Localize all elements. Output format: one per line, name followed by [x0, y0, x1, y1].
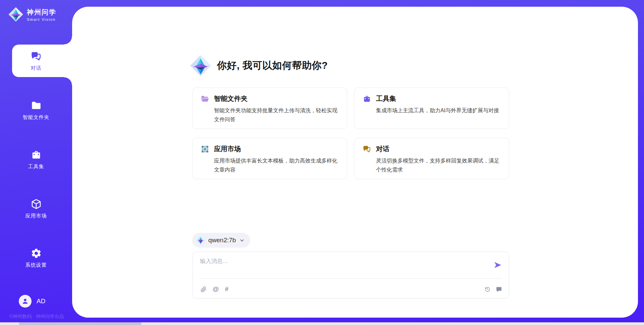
model-selector[interactable]: qwen2:7b	[192, 233, 250, 248]
avatar	[19, 295, 32, 308]
sidebar-item-label: 系统设置	[25, 262, 47, 268]
sidebar-item-label: 对话	[31, 65, 42, 71]
brand-tagline: Smart Vision	[27, 17, 56, 21]
sidebar-item-label: 工具集	[28, 164, 44, 170]
card-description: 灵活切换多模型文件，支持多样回复效果调试，满足个性化需求	[376, 156, 501, 174]
toolbox-icon	[363, 94, 371, 103]
card-title: 应用市场	[214, 144, 241, 153]
sidebar-nav: 对话 智能文件夹 工具集 应用市场 系统设置	[0, 45, 72, 291]
chat-bubble-icon[interactable]	[495, 286, 502, 292]
sidebar-item-label: 应用市场	[25, 213, 47, 219]
card-description: 应用市场提供丰富长文本模板，助力高效生成多样化文章内容	[214, 156, 339, 174]
card-title: 对话	[376, 144, 389, 153]
message-input-box: @ #	[192, 252, 509, 299]
user-name: AD	[37, 298, 45, 305]
sidebar-item-label: 智能文件夹	[23, 114, 50, 121]
brand-name: 神州问学	[27, 8, 56, 17]
card-description: 集成市场上主流工具，助力AI与外界无缝扩展与对接	[376, 106, 501, 115]
send-icon[interactable]	[493, 261, 502, 269]
sidebar-item-settings[interactable]: 系统设置	[0, 242, 72, 274]
user-profile[interactable]: AD	[19, 295, 45, 308]
card-chat[interactable]: 对话 灵活切换多模型文件，支持多样回复效果调试，满足个性化需求	[354, 138, 509, 179]
folder-icon	[31, 100, 42, 111]
divider	[199, 278, 502, 279]
gear-icon	[31, 248, 42, 259]
brand-gem-icon	[196, 236, 205, 245]
chat-icon	[31, 51, 42, 62]
mention-icon[interactable]: @	[213, 286, 219, 292]
history-icon[interactable]	[484, 286, 491, 292]
sidebar-item-chat[interactable]: 对话	[0, 45, 72, 77]
brand-gem-icon	[190, 55, 212, 77]
card-title: 工具集	[376, 94, 396, 103]
sidebar-item-smart-folder[interactable]: 智能文件夹	[0, 94, 72, 126]
card-app-market[interactable]: 应用市场 应用市场提供丰富长文本模板，助力高效生成多样化文章内容	[192, 138, 347, 179]
copyright-footer: ©神州数码 · 神州问学出品	[9, 314, 64, 320]
attach-file-icon[interactable]	[200, 286, 207, 292]
message-input[interactable]	[200, 258, 485, 265]
cube-icon	[31, 198, 42, 210]
hashtag-icon[interactable]: #	[225, 286, 229, 292]
greeting: 你好, 我可以如何帮助你?	[190, 55, 509, 77]
model-name: qwen2:7b	[208, 237, 236, 244]
folder-open-icon	[201, 94, 209, 103]
horizontal-scrollbar[interactable]	[0, 322, 644, 325]
greeting-text: 你好, 我可以如何帮助你?	[217, 59, 328, 72]
card-toolset[interactable]: 工具集 集成市场上主流工具，助力AI与外界无缝扩展与对接	[354, 87, 509, 129]
scrollbar-thumb[interactable]	[19, 322, 142, 325]
card-smart-folder[interactable]: 智能文件夹 智能文件夹功能支持批量文件上传与清洗，轻松实现文件问答	[192, 87, 347, 129]
composer: qwen2:7b @ #	[192, 233, 509, 299]
brand-logo: 神州问学 Smart Vision	[0, 0, 72, 22]
chat-icon	[363, 145, 371, 153]
feature-cards: 智能文件夹 智能文件夹功能支持批量文件上传与清洗，轻松实现文件问答 工具集 集成…	[192, 87, 509, 179]
chevron-down-icon	[239, 238, 245, 243]
main-panel: 你好, 我可以如何帮助你? 智能文件夹 智能文件夹功能支持批量文件上传与清洗，轻…	[72, 7, 638, 318]
grid-icon	[201, 145, 209, 153]
card-title: 智能文件夹	[214, 94, 248, 103]
sidebar: 神州问学 Smart Vision 对话 智能文件夹 工具集 应用市场 系统设置	[0, 0, 72, 325]
sidebar-item-app-market[interactable]: 应用市场	[0, 192, 72, 225]
card-description: 智能文件夹功能支持批量文件上传与清洗，轻松实现文件问答	[214, 106, 339, 124]
toolbox-icon	[31, 149, 42, 160]
brand-gem-icon	[8, 7, 23, 22]
sidebar-item-toolset[interactable]: 工具集	[0, 143, 72, 176]
active-tab-background	[12, 45, 72, 77]
person-icon	[21, 297, 29, 305]
